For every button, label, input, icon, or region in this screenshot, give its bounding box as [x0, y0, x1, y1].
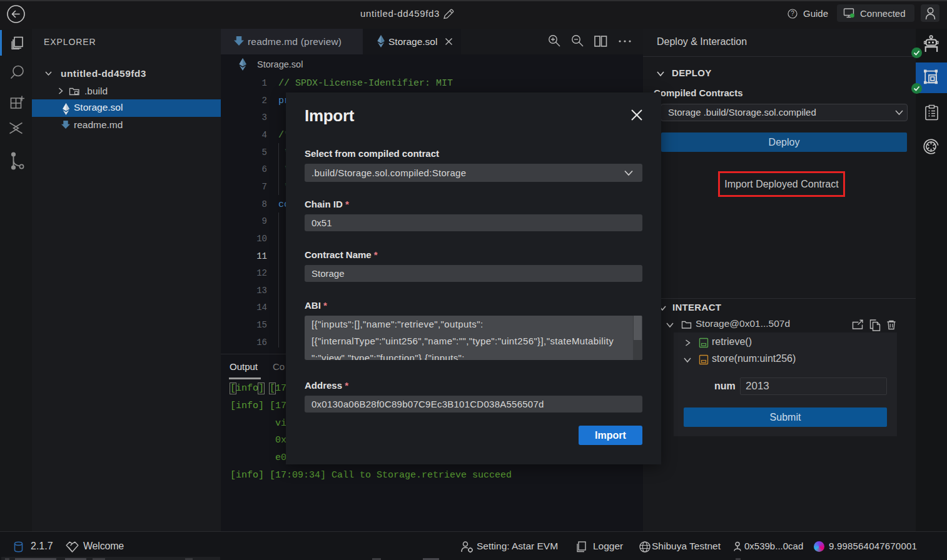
svg-text:?: ? [791, 10, 794, 17]
